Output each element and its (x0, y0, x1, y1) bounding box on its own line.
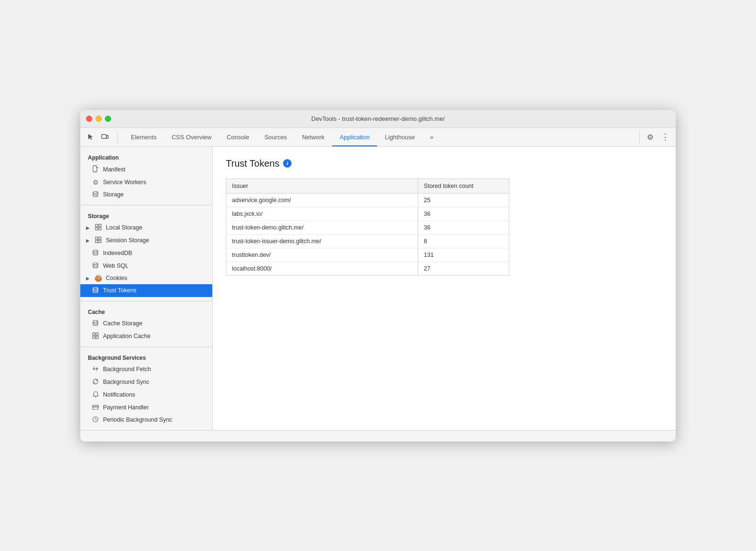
cell-issuer: adservice.google.com/ (226, 193, 418, 207)
periodic-bg-sync-label: Periodic Background Sync (103, 416, 172, 423)
gear-icon: ⚙ (92, 178, 99, 186)
tab-bar: Elements CSS Overview Console Sources Ne… (123, 128, 639, 146)
settings-button[interactable]: ⚙ (644, 130, 657, 144)
tab-elements[interactable]: Elements (123, 128, 164, 146)
arrow-icon: ▶ (86, 225, 90, 230)
traffic-lights (86, 116, 111, 122)
fullscreen-button[interactable] (105, 116, 111, 122)
svg-rect-8 (99, 228, 101, 230)
local-storage-label: Local Storage (106, 224, 142, 231)
bell-icon (92, 391, 99, 399)
table-row[interactable]: labs.jxck.io/36 (226, 207, 509, 220)
cell-count: 36 (418, 207, 509, 220)
sidebar-item-background-sync[interactable]: Background Sync (80, 376, 212, 389)
db-icon-3 (92, 262, 99, 270)
cell-count: 36 (418, 220, 509, 234)
toolbar: Elements CSS Overview Console Sources Ne… (80, 128, 676, 147)
table-row[interactable]: adservice.google.com/25 (226, 193, 509, 207)
sidebar-item-application-cache[interactable]: Application Cache (80, 330, 212, 343)
sidebar-item-service-workers[interactable]: ⚙ Service Workers (80, 176, 212, 188)
more-options-button[interactable]: ⋮ (659, 130, 672, 144)
table-row[interactable]: trust-token-issuer-demo.glitch.me/8 (226, 234, 509, 248)
title-bar: DevTools - trust-token-redeemer-demo.gli… (80, 110, 676, 128)
right-panel: Trust Tokens i Issuer Stored token count… (213, 147, 676, 430)
notifications-label: Notifications (103, 391, 135, 398)
sidebar-item-session-storage[interactable]: ▶ Session Storage (80, 234, 212, 247)
svg-rect-1 (106, 136, 108, 138)
toolbar-icons (84, 130, 118, 144)
card-icon (92, 404, 99, 411)
tab-more[interactable]: » (422, 128, 441, 146)
sidebar-item-web-sql[interactable]: Web SQL (80, 260, 212, 272)
tab-application[interactable]: Application (332, 128, 378, 146)
svg-rect-9 (95, 237, 98, 239)
panel-title-container: Trust Tokens i (226, 158, 662, 169)
sidebar-item-manifest[interactable]: Manifest (80, 163, 212, 176)
svg-rect-10 (99, 237, 101, 239)
devtools-window: DevTools - trust-token-redeemer-demo.gli… (80, 110, 676, 441)
sidebar-item-storage-app[interactable]: Storage (80, 188, 212, 201)
svg-point-14 (93, 263, 98, 264)
cell-issuer: trust-token-issuer-demo.glitch.me/ (226, 234, 418, 248)
cursor-icon[interactable] (84, 130, 97, 144)
cell-count: 8 (418, 234, 509, 248)
table-row[interactable]: trusttoken.dev/131 (226, 248, 509, 262)
tab-lighthouse[interactable]: Lighthouse (377, 128, 422, 146)
storage-app-label: Storage (103, 191, 124, 198)
sidebar-item-periodic-bg-sync[interactable]: Periodic Background Sync (80, 414, 212, 426)
trust-tokens-label: Trust Tokens (103, 287, 137, 294)
background-fetch-label: Background Fetch (103, 366, 151, 373)
cookie-icon: 🍪 (94, 275, 102, 282)
divider-1 (80, 205, 212, 205)
application-cache-label: Application Cache (103, 333, 151, 339)
grid-icon-3 (92, 332, 99, 340)
sidebar-item-cookies[interactable]: ▶ 🍪 Cookies (80, 272, 212, 284)
svg-rect-20 (96, 336, 98, 339)
window-title: DevTools - trust-token-redeemer-demo.gli… (311, 115, 445, 122)
svg-point-15 (93, 287, 98, 289)
sidebar-item-notifications[interactable]: Notifications (80, 389, 212, 401)
grid-icon (94, 224, 102, 232)
section-label-application: Application (80, 151, 212, 163)
cell-count: 27 (418, 262, 509, 275)
table-row[interactable]: trust-token-demo.glitch.me/36 (226, 220, 509, 234)
divider-3 (80, 347, 212, 347)
section-label-bg-services: Background Services (80, 351, 212, 363)
manifest-label: Manifest (103, 166, 125, 173)
trust-tokens-icon (92, 287, 99, 295)
sidebar-item-cache-storage[interactable]: Cache Storage (80, 317, 212, 330)
svg-point-16 (93, 320, 98, 322)
tab-console[interactable]: Console (219, 128, 257, 146)
minimize-button[interactable] (95, 116, 102, 122)
cell-issuer: labs.jxck.io/ (226, 207, 418, 220)
sidebar-item-trust-tokens[interactable]: Trust Tokens (80, 284, 212, 297)
sidebar: Application Manifest ⚙ Service Workers (80, 147, 213, 430)
section-label-storage: Storage (80, 209, 212, 221)
cell-issuer: localhost:8000/ (226, 262, 418, 275)
section-label-cache: Cache (80, 305, 212, 317)
background-sync-label: Background Sync (103, 379, 149, 385)
db-icon-2 (92, 249, 99, 257)
sidebar-item-background-fetch[interactable]: Background Fetch (80, 363, 212, 376)
sidebar-item-payment-handler[interactable]: Payment Handler (80, 401, 212, 414)
column-issuer: Issuer (226, 178, 418, 193)
table-header-row: Issuer Stored token count (226, 178, 509, 193)
arrows-icon (92, 365, 99, 373)
info-icon[interactable]: i (283, 159, 292, 168)
db-icon-4 (92, 320, 99, 328)
arrow-icon-3: ▶ (86, 276, 90, 281)
divider-2 (80, 301, 212, 301)
toolbar-right: ⚙ ⋮ (639, 130, 672, 144)
cache-storage-label: Cache Storage (103, 320, 142, 327)
tab-network[interactable]: Network (294, 128, 332, 146)
table-row[interactable]: localhost:8000/27 (226, 262, 509, 275)
payment-handler-label: Payment Handler (103, 404, 149, 411)
web-sql-label: Web SQL (103, 263, 129, 269)
sidebar-item-indexeddb[interactable]: IndexedDB (80, 247, 212, 260)
session-storage-label: Session Storage (106, 237, 149, 244)
tab-css-overview[interactable]: CSS Overview (164, 128, 219, 146)
sidebar-item-local-storage[interactable]: ▶ Local Storage (80, 221, 212, 234)
tab-sources[interactable]: Sources (257, 128, 294, 146)
close-button[interactable] (86, 116, 92, 122)
responsive-icon[interactable] (98, 130, 112, 144)
